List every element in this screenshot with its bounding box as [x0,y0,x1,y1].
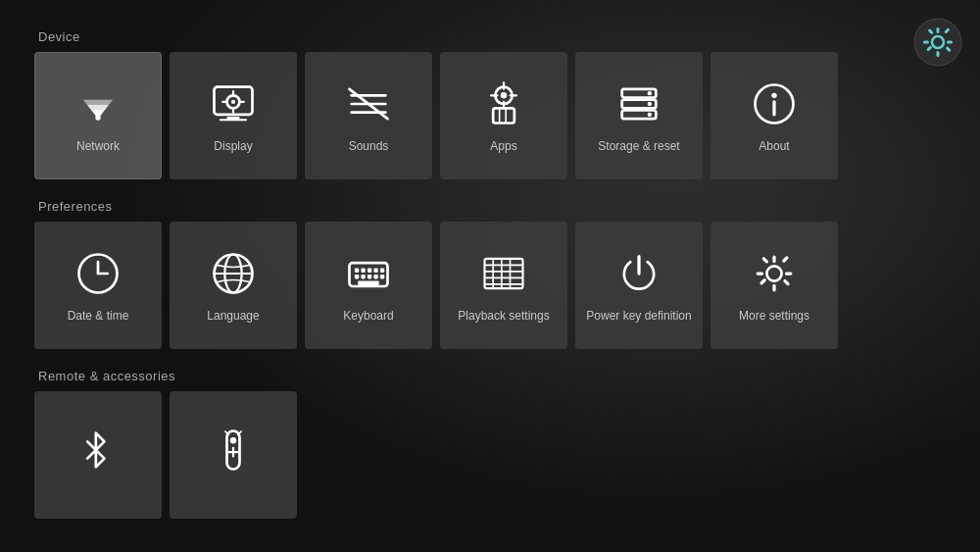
svg-rect-3 [923,41,929,44]
svg-rect-74 [785,272,793,275]
svg-rect-32 [493,108,514,123]
tile-network-label: Network [76,139,120,153]
preferences-grid: Date & time Language [34,222,946,349]
tile-about[interactable]: About [710,52,838,179]
tile-powerkey-label: Power key definition [586,309,691,323]
svg-rect-52 [361,269,365,273]
keyboard-icon [343,248,394,299]
svg-rect-59 [373,275,377,278]
preferences-section: Preferences Date & time [34,199,946,349]
tile-network[interactable]: Network [34,52,162,179]
svg-rect-75 [761,257,769,265]
device-section: Device Network [34,29,946,179]
svg-point-27 [501,92,508,99]
svg-point-0 [914,19,961,66]
remote-label: Remote & accessories [38,369,946,383]
storage-icon [613,78,664,129]
device-label: Device [38,29,946,44]
svg-rect-53 [368,269,371,273]
svg-rect-72 [772,284,775,292]
apps-icon [478,78,529,129]
tile-bluetooth[interactable] [34,391,162,519]
tile-display-label: Display [214,139,252,153]
svg-point-40 [648,113,652,117]
tile-language-label: Language [207,309,259,323]
svg-rect-51 [355,269,359,273]
tile-about-label: About [759,139,789,153]
tile-powerkey[interactable]: Power key definition [575,222,703,349]
tile-datetime-label: Date & time [68,309,129,323]
tile-sounds[interactable]: Sounds [305,52,432,179]
remote-section: Remote & accessories [34,369,946,519]
gear-icon [749,248,800,299]
display-icon [208,78,259,129]
power-icon [613,248,664,299]
remote-grid [34,391,946,519]
tile-playback[interactable]: Playback settings [440,222,567,349]
tile-datetime[interactable]: Date & time [34,222,162,349]
svg-rect-2 [937,51,940,57]
remote-icon [208,425,259,476]
tile-storage[interactable]: Storage & reset [575,52,703,179]
svg-rect-76 [783,278,791,286]
globe-icon [208,248,259,299]
tile-playback-label: Playback settings [458,309,549,323]
sounds-icon [343,78,394,129]
svg-point-39 [648,102,652,106]
svg-rect-73 [757,272,764,275]
main-content: Device Network [0,0,980,552]
tile-keyboard[interactable]: Keyboard [305,222,432,349]
svg-point-80 [230,437,237,444]
tile-storage-label: Storage & reset [598,139,679,153]
settings-gear-icon[interactable] [913,18,962,67]
tile-apps-label: Apps [490,139,516,153]
svg-rect-58 [368,275,371,278]
svg-rect-1 [937,27,940,33]
tile-moresettings-label: More settings [739,309,809,323]
svg-rect-78 [782,256,790,264]
bluetooth-icon [73,425,123,476]
tile-display[interactable]: Display [170,52,297,179]
svg-rect-77 [760,277,767,285]
svg-rect-55 [380,269,384,273]
tile-language[interactable]: Language [170,222,297,349]
svg-point-12 [95,115,100,120]
svg-rect-57 [361,275,365,278]
tile-moresettings[interactable]: More settings [710,222,838,349]
svg-rect-56 [355,275,359,278]
svg-point-17 [231,100,235,104]
svg-point-70 [766,266,781,280]
svg-point-42 [771,93,776,98]
tile-keyboard-label: Keyboard [343,309,393,323]
svg-rect-60 [380,275,384,278]
preferences-label: Preferences [38,199,946,214]
clock-icon [73,248,123,299]
tile-apps[interactable]: Apps [440,52,567,179]
tile-remote[interactable] [170,391,297,519]
svg-rect-71 [772,256,775,264]
svg-rect-4 [947,41,953,44]
svg-point-38 [648,91,652,95]
svg-rect-54 [373,269,377,273]
svg-rect-61 [358,281,379,285]
device-grid: Network Display [34,52,946,179]
wifi-icon [73,78,123,129]
tile-sounds-label: Sounds [349,139,389,153]
info-icon [749,78,800,129]
playback-icon [478,248,529,299]
